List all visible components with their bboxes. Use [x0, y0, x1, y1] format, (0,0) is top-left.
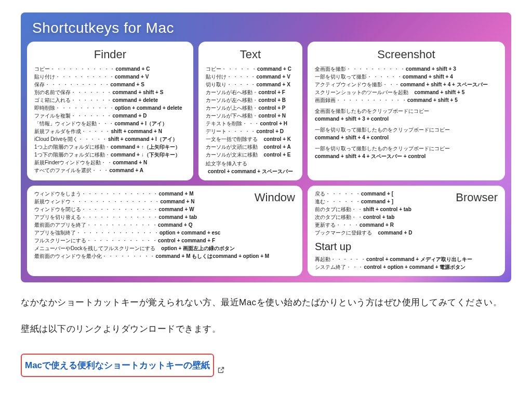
- shortcut-row: 1つ下の階層のフォルダに移動・command + ↓（下矢印キー）: [34, 151, 186, 159]
- shortcut-row: 画面録画・・・・・・・・・・・・command + shift + 5: [315, 96, 498, 104]
- shortcut-row: 更新する・・・・command + R: [315, 221, 498, 229]
- shortcut-row: フルスクリーンにする・・・・・・・・・・・・control + command …: [34, 237, 295, 244]
- shortcut-row: ゴミ箱に入れる・・・・・・・command + delete: [34, 96, 186, 104]
- text-extra-val: control + command + スペースバー: [206, 167, 295, 175]
- card-window: Window ウィンドウをしまう・・・・・・・・・・・・・command + M…: [27, 186, 302, 276]
- shortcut-row: ブックマークに登録する command + D: [315, 229, 498, 237]
- card-title-screenshot: Screenshot: [315, 46, 498, 63]
- card-text: Text コピー・・・・・・command + C貼り付け・・・・・comman…: [198, 42, 302, 180]
- shortcut-row: テキストを削除・・・control + H: [206, 120, 295, 127]
- shortcut-row: 戻る・・・・・・command + [: [315, 190, 456, 198]
- shortcut-row: 貼り付け・・・・・・・・・・command + V: [34, 73, 186, 81]
- shortcut-row: iCloud Driveを開く・・・・・shift + command + I（…: [34, 135, 186, 143]
- shortcut-row: コピー・・・・・・・・・・・command + C: [34, 65, 186, 73]
- shortcut-row: カーソルが文末に移動 control + E: [206, 151, 295, 159]
- shortcut-row: 「情報」ウィンドウを起動・・・command + I（アイ）: [34, 120, 186, 127]
- shortcut-row: ファイルを複製・・・・・・・command + D: [34, 112, 186, 120]
- card-finder: Finder コピー・・・・・・・・・・・command + C貼り付け・・・・…: [27, 42, 193, 180]
- card-title-finder: Finder: [34, 46, 186, 63]
- shortcut-row: すべてのファイルを選択・・・command + A: [34, 166, 186, 174]
- shortcut-row: ウィンドウをしまう・・・・・・・・・・・・・command + M: [34, 190, 255, 198]
- shortcut-row: カーソルが上へ移動・control + P: [206, 104, 295, 112]
- shortcut-row: カーソルが下へ移動・control + N: [206, 112, 295, 120]
- shortcut-row: ウィンドウを閉じる・・・・・・・・・・・・・command + W: [34, 205, 255, 213]
- shortcut-row: 前のタブに移動・・shift + control + tab: [315, 205, 456, 213]
- shortcut-row: 新規フォルダを作成・・・・・shift + command + N: [34, 127, 186, 135]
- shortcut-row: 保存・・・・・・・・・・・command + S: [34, 81, 186, 88]
- card-title-startup: Start up: [315, 239, 498, 254]
- shortcut-row: カーソルが右へ移動・control + F: [206, 88, 295, 96]
- shortcut-row: 最前面のウィンドウを最小化・・・・・・・・・command + M もしくはco…: [34, 252, 295, 260]
- shortcut-row: メニューバーやDockを残してフルスクリーンにする option + 画面左上の…: [34, 244, 295, 252]
- text-extra-label: 絵文字を挿入する: [206, 160, 295, 167]
- external-link-icon: [217, 361, 225, 369]
- card-title-text: Text: [206, 46, 295, 63]
- shortcut-row: 別の名前で保存・・・・・・・command + shift + S: [34, 88, 186, 96]
- shortcut-row: スクリーンショットのツールバーを起動 command + shift + 5: [315, 88, 498, 96]
- card-title-window: Window: [255, 189, 295, 206]
- shortcut-row: 進む・・・・・・command + ]: [315, 198, 456, 205]
- shortcut-row: コピー・・・・・・command + C: [206, 65, 295, 73]
- card-screenshot: Screenshot 全画面を撮影・・・・・・・・・・command + shi…: [308, 42, 505, 180]
- article-p2: 壁紙は以下のリンクよりダウンロードできます。: [21, 319, 511, 339]
- download-link[interactable]: Macで使える便利なショートカットキーの壁紙: [21, 354, 214, 377]
- screenshot-note: 一部を切り取って撮影したものをクリップボードにコピーcommand + shif…: [315, 126, 498, 141]
- shortcut-row: アプリを切り替える・・・・・・・・・・・・・command + tab: [34, 213, 295, 221]
- shortcut-row: カーソルが文頭に移動 control + A: [206, 143, 295, 151]
- shortcut-row: 全画面を撮影・・・・・・・・・・command + shift + 3: [315, 65, 498, 73]
- wallpaper-title: Shortcutkeys for Mac: [32, 20, 505, 36]
- shortcut-row: 一文を一括で削除する control + K: [206, 135, 295, 143]
- shortcut-row: 切り取り・・・・・command + X: [206, 81, 295, 88]
- shortcut-row: カーソルが左へ移動・control + B: [206, 96, 295, 104]
- shortcut-row: アクティブウィンドウを撮影・・・command + shift + 4 + スペ…: [315, 81, 498, 88]
- card-title-browser: Browser: [456, 189, 498, 206]
- shortcut-row: システム終了・・・control + option + command + 電源…: [315, 263, 498, 271]
- article-body: なかなかショートカットキーが覚えられない方、最近Macを使い始めたばかりという方…: [21, 293, 511, 387]
- screenshot-note: 全画面を撮影したものをクリップボードにコピーcommand + shift + …: [315, 107, 498, 123]
- card-browser-startup: Browser 戻る・・・・・・command + [進む・・・・・・comma…: [308, 186, 505, 276]
- article-p1: なかなかショートカットキーが覚えられない方、最近Macを使い始めたばかりという方…: [21, 293, 511, 312]
- shortcut-row: 新規ウィンドウ・・・・・・・・・・・・・・・command + N: [34, 198, 255, 205]
- shortcut-row: 次のタブに移動・・control + tab: [315, 213, 498, 221]
- shortcut-row: アプリを強制終了・・・・・・・・・・・・・・option + command +…: [34, 229, 295, 237]
- shortcut-row: デリート・・・・・control + D: [206, 127, 295, 135]
- shortcut-row: 再起動・・・・・・control + command + メディア取り出しキー: [315, 255, 498, 263]
- shortcut-row: 新規Finderウィンドウを起動・・command + N: [34, 159, 186, 166]
- shortcut-row: 最前面のアプリを終了・・・・・・・・・・・・command + Q: [34, 221, 295, 229]
- screenshot-note: 一部を切り取って撮影したものをクリップボードにコピーcommand + shif…: [315, 145, 498, 160]
- shortcut-row: 1つ上の階層のフォルダに移動・command + ↑（上矢印キー）: [34, 143, 186, 151]
- shortcut-row: 即時削除・・・・・・・・・・option + command + delete: [34, 104, 186, 112]
- shortcut-row: 一部を切り取って撮影・・・・・・command + shift + 4: [315, 73, 498, 81]
- shortcut-row: 貼り付け・・・・・command + V: [206, 73, 295, 81]
- shortcut-wallpaper: Shortcutkeys for Mac Finder コピー・・・・・・・・・…: [21, 12, 511, 282]
